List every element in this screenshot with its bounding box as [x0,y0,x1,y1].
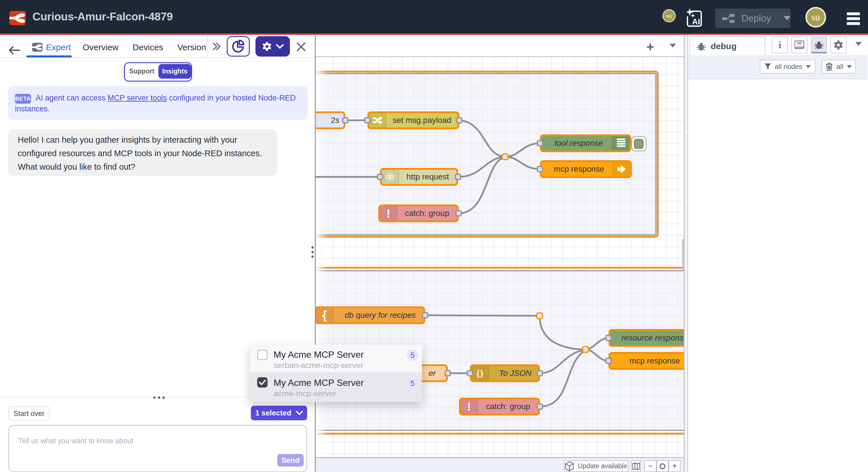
svg-text:AI: AI [692,17,700,26]
